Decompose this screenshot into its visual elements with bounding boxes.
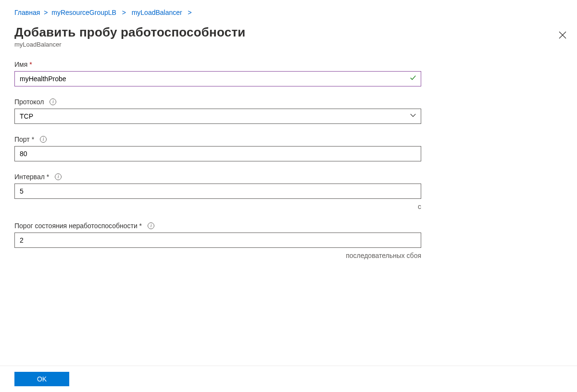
interval-label: Интервал * i [14,173,421,181]
field-name: Имя * [14,61,421,86]
field-interval: Интервал * i с [14,173,421,210]
threshold-input[interactable] [14,233,421,248]
close-button[interactable] [559,31,566,40]
chevron-right-icon: > [44,9,48,16]
interval-suffix: с [14,203,421,210]
protocol-label: Протокол i [14,98,421,106]
name-input[interactable] [14,71,421,86]
interval-input[interactable] [14,184,421,199]
name-label: Имя * [14,61,421,68]
breadcrumb-home[interactable]: Главная [14,9,40,16]
breadcrumb-load-balancer[interactable]: myLoadBalancer [132,9,182,16]
required-indicator: * [29,61,32,68]
protocol-select[interactable]: TCP [14,109,421,124]
close-icon [559,31,566,39]
port-label-text: Порт * [14,135,34,143]
breadcrumb-resource-group[interactable]: myResourceGroupLB [51,9,116,16]
protocol-label-text: Протокол [14,98,44,106]
field-protocol: Протокол i TCP [14,98,421,124]
info-icon[interactable]: i [148,222,154,229]
info-icon[interactable]: i [55,173,62,180]
interval-label-text: Интервал * [14,173,49,181]
field-threshold: Порог состояния неработоспособности * i … [14,222,421,259]
info-icon[interactable]: i [50,98,56,105]
name-label-text: Имя [14,61,27,68]
footer: OK [0,366,577,392]
protocol-value: TCP [20,112,33,120]
check-icon [410,74,416,83]
field-port: Порт * i [14,135,421,161]
threshold-suffix: последовательных сбоя [14,252,421,259]
threshold-label: Порог состояния неработоспособности * i [14,222,421,230]
chevron-right-icon: > [186,9,192,16]
port-input[interactable] [14,146,421,161]
form: Имя * Протокол i TCP Порт * i [0,61,436,259]
info-icon[interactable]: i [40,136,47,143]
chevron-right-icon: > [120,9,128,16]
page-title: Добавить пробу работоспособности [0,16,577,41]
port-label: Порт * i [14,135,421,143]
threshold-label-text: Порог состояния неработоспособности * [14,222,142,230]
page-subtitle: myLoadBalancer [0,41,577,61]
breadcrumb: Главная > myResourceGroupLB > myLoadBala… [0,0,577,16]
ok-button[interactable]: OK [14,372,69,386]
